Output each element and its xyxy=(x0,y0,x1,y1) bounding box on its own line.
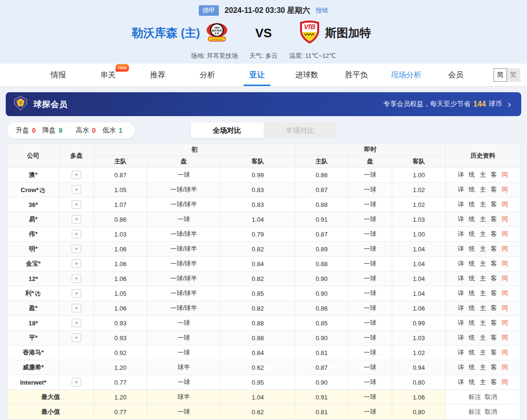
history-link-stats[interactable]: 统 xyxy=(469,319,475,326)
history-link-detail[interactable]: 详 xyxy=(458,364,464,371)
tab-half-match[interactable]: 半场对比 xyxy=(264,122,337,138)
history-link-same[interactable]: 同 xyxy=(502,319,508,326)
report-error-link[interactable]: 报错 xyxy=(316,6,328,15)
history-link-detail[interactable]: 详 xyxy=(458,215,464,223)
company-link[interactable]: Crow* xyxy=(21,186,39,194)
history-link-away[interactable]: 客 xyxy=(491,171,497,178)
company-link[interactable]: Interwet* xyxy=(20,379,46,386)
tab-live-analysis[interactable]: 现场分析 xyxy=(381,64,431,86)
company-link[interactable]: 12* xyxy=(29,275,38,282)
chevron-right-icon[interactable]: › xyxy=(508,99,511,109)
history-link-away[interactable]: 客 xyxy=(491,304,497,312)
expand-multi-button[interactable]: + xyxy=(72,334,81,342)
away-team-name[interactable]: 斯图加特 xyxy=(325,25,371,41)
history-link-stats[interactable]: 统 xyxy=(469,171,475,178)
history-link-home[interactable]: 主 xyxy=(480,378,486,386)
expand-multi-button[interactable]: + xyxy=(72,171,81,179)
history-link-same[interactable]: 同 xyxy=(502,378,508,386)
history-link-detail[interactable]: 详 xyxy=(458,245,464,252)
history-link-same[interactable]: 同 xyxy=(502,245,508,252)
history-link-detail[interactable]: 详 xyxy=(458,378,464,386)
company-link[interactable]: 金宝* xyxy=(26,260,41,267)
league-badge[interactable]: 德甲 xyxy=(199,5,219,16)
lang-simplified-button[interactable]: 简 xyxy=(494,68,507,82)
history-link-same[interactable]: 同 xyxy=(502,230,508,237)
history-link-home[interactable]: 主 xyxy=(480,364,486,371)
history-link-detail[interactable]: 详 xyxy=(458,349,464,356)
expand-multi-button[interactable]: + xyxy=(72,185,81,194)
history-link-home[interactable]: 主 xyxy=(480,215,486,223)
company-link[interactable]: 香港马* xyxy=(22,349,43,356)
history-link-same[interactable]: 同 xyxy=(502,304,508,312)
history-link-same[interactable]: 同 xyxy=(502,349,508,356)
company-link[interactable]: 威廉希* xyxy=(22,364,43,371)
history-link-same[interactable]: 同 xyxy=(502,260,508,267)
history-link-stats[interactable]: 统 xyxy=(469,275,475,282)
mark-link[interactable]: 标注 xyxy=(469,393,481,400)
cancel-link[interactable]: 取消 xyxy=(485,393,497,400)
history-link-away[interactable]: 客 xyxy=(491,245,497,252)
history-link-home[interactable]: 主 xyxy=(480,186,486,193)
history-link-home[interactable]: 主 xyxy=(480,304,486,312)
company-link[interactable]: 明* xyxy=(29,245,37,252)
history-link-stats[interactable]: 统 xyxy=(469,201,475,208)
company-link[interactable]: 36* xyxy=(29,201,38,208)
history-link-home[interactable]: 主 xyxy=(480,275,486,282)
history-link-away[interactable]: 客 xyxy=(491,290,497,297)
company-link[interactable]: 澳* xyxy=(29,171,37,178)
company-link[interactable]: 盈* xyxy=(29,304,37,312)
history-link-stats[interactable]: 统 xyxy=(469,304,475,312)
history-link-detail[interactable]: 详 xyxy=(458,201,464,208)
cancel-link[interactable]: 取消 xyxy=(485,408,497,415)
expand-multi-button[interactable]: + xyxy=(72,200,81,209)
tab-win-draw-lose[interactable]: 胜平负 xyxy=(332,64,381,86)
history-link-home[interactable]: 主 xyxy=(480,201,486,208)
history-link-detail[interactable]: 详 xyxy=(458,260,464,267)
history-link-home[interactable]: 主 xyxy=(480,260,486,267)
history-link-same[interactable]: 同 xyxy=(502,186,508,193)
history-link-same[interactable]: 同 xyxy=(502,215,508,223)
history-link-detail[interactable]: 详 xyxy=(458,171,464,178)
company-link[interactable]: 18* xyxy=(29,320,38,327)
history-link-detail[interactable]: 详 xyxy=(458,290,464,297)
tab-analysis[interactable]: 分析 xyxy=(183,64,232,86)
history-link-home[interactable]: 主 xyxy=(480,319,486,326)
history-link-home[interactable]: 主 xyxy=(480,334,486,341)
history-link-stats[interactable]: 统 xyxy=(469,349,475,356)
company-link[interactable]: 伟* xyxy=(29,230,37,237)
history-link-away[interactable]: 客 xyxy=(491,378,497,386)
tab-asian-handicap[interactable]: 亚让 xyxy=(232,64,282,86)
vip-banner[interactable]: V 球探会员 专享会员权益，每天至少节省 144 球币 › xyxy=(6,92,521,116)
history-link-detail[interactable]: 详 xyxy=(458,230,464,237)
history-link-away[interactable]: 客 xyxy=(491,201,497,208)
company-link[interactable]: 易* xyxy=(29,215,37,223)
history-link-away[interactable]: 客 xyxy=(491,230,497,237)
history-link-away[interactable]: 客 xyxy=(491,215,497,223)
history-link-detail[interactable]: 详 xyxy=(458,334,464,341)
history-link-same[interactable]: 同 xyxy=(502,171,508,178)
history-link-detail[interactable]: 详 xyxy=(458,304,464,312)
expand-multi-button[interactable]: + xyxy=(72,289,81,298)
history-link-home[interactable]: 主 xyxy=(480,290,486,297)
history-link-away[interactable]: 客 xyxy=(491,334,497,341)
history-link-home[interactable]: 主 xyxy=(480,349,486,356)
history-link-detail[interactable]: 详 xyxy=(458,186,464,193)
history-link-away[interactable]: 客 xyxy=(491,275,497,282)
tab-recommend[interactable]: 推荐 xyxy=(133,64,183,86)
tab-full-match[interactable]: 全场对比 xyxy=(191,122,264,138)
history-link-stats[interactable]: 统 xyxy=(469,245,475,252)
history-link-stats[interactable]: 统 xyxy=(469,260,475,267)
history-link-home[interactable]: 主 xyxy=(480,230,486,237)
expand-multi-button[interactable]: + xyxy=(72,319,81,327)
tab-member[interactable]: 会员 xyxy=(431,64,481,86)
expand-multi-button[interactable]: + xyxy=(72,230,81,238)
history-link-stats[interactable]: 统 xyxy=(469,290,475,297)
company-link[interactable]: 利* xyxy=(25,290,34,297)
history-link-stats[interactable]: 统 xyxy=(469,230,475,237)
history-link-same[interactable]: 同 xyxy=(502,334,508,341)
expand-multi-button[interactable]: + xyxy=(72,259,81,268)
tab-parlay[interactable]: 串关new xyxy=(83,64,133,86)
tab-goals[interactable]: 进球数 xyxy=(282,64,332,86)
history-link-detail[interactable]: 详 xyxy=(458,319,464,326)
history-link-away[interactable]: 客 xyxy=(491,349,497,356)
